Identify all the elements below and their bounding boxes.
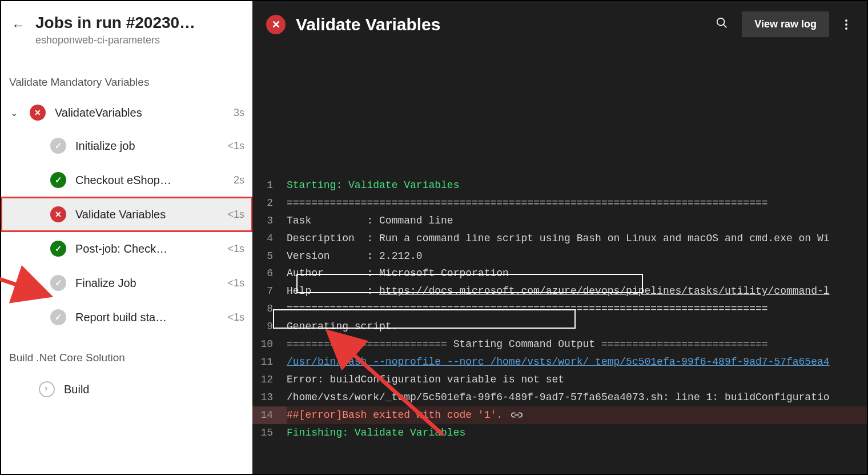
line-number: 11 xyxy=(252,353,287,371)
line-number: 6 xyxy=(252,265,287,282)
fail-icon xyxy=(266,15,286,34)
back-button[interactable]: ← xyxy=(11,17,25,46)
line-content: Task : Command line xyxy=(287,212,867,230)
step-row[interactable]: Finalize Job<1s xyxy=(1,266,252,300)
ok-icon xyxy=(50,241,66,257)
line-number: 8 xyxy=(252,300,287,318)
line-content: ========================== Starting Comm… xyxy=(287,336,867,353)
log-line: 10========================== Starting Co… xyxy=(252,336,867,353)
log-pane: Validate Variables View raw log 1Startin… xyxy=(252,1,867,474)
step-row[interactable]: Post-job: Check…<1s xyxy=(1,231,252,266)
log-line: 13/home/vsts/work/_temp/5c501efa-99f6-48… xyxy=(252,389,867,406)
step-label: Validate Variables xyxy=(75,208,218,221)
step-label: Report build sta… xyxy=(75,311,218,324)
stage-validate-variables[interactable]: Validate Mandatory Variables xyxy=(1,53,252,97)
log-body[interactable]: 1Starting: Validate Variables2==========… xyxy=(252,47,867,442)
line-content: ========================================… xyxy=(287,194,867,212)
line-content: Starting: Validate Variables xyxy=(287,177,867,194)
step-duration: 2s xyxy=(234,174,244,186)
step-duration: <1s xyxy=(227,140,244,152)
stage-build-solution[interactable]: Build .Net Core Solution xyxy=(1,334,252,371)
job-label: Build xyxy=(64,383,89,396)
line-number: 12 xyxy=(252,371,287,389)
header-text: Jobs in run #20230… eshoponweb-ci-parame… xyxy=(35,14,195,46)
log-line: 7Help : https://docs.microsoft.com/azure… xyxy=(252,282,867,300)
fail-icon xyxy=(50,206,66,222)
step-row[interactable]: Validate Variables<1s xyxy=(1,197,252,231)
line-content: Author : Microsoft Corporation xyxy=(287,265,867,282)
step-label: Checkout eShop… xyxy=(75,174,224,187)
job-duration: 3s xyxy=(234,107,244,119)
grey-icon xyxy=(50,309,66,325)
log-line: 6Author : Microsoft Corporation xyxy=(252,265,867,282)
line-number: 15 xyxy=(252,424,287,442)
line-number: 3 xyxy=(252,212,287,230)
job-build[interactable]: Build xyxy=(1,371,252,408)
line-content: /home/vsts/work/_temp/5c501efa-99f6-489f… xyxy=(287,389,867,406)
log-line: 9Generating script. xyxy=(252,318,867,336)
log-line: 3Task : Command line xyxy=(252,212,867,230)
line-number: 2 xyxy=(252,194,287,212)
sidebar: ← Jobs in run #20230… eshoponweb-ci-para… xyxy=(1,1,252,474)
ok-icon xyxy=(50,172,66,188)
line-content: ========================================… xyxy=(287,300,867,318)
line-content: Version : 2.212.0 xyxy=(287,248,867,265)
line-content: Generating script. xyxy=(287,318,867,336)
line-content: /usr/bin/bash --noprofile --norc /home/v… xyxy=(287,353,867,371)
svg-point-0 xyxy=(717,18,725,25)
log-line: 15Finishing: Validate Variables xyxy=(252,424,867,442)
search-icon[interactable] xyxy=(712,13,732,36)
step-duration: <1s xyxy=(227,312,244,324)
pending-icon xyxy=(39,381,55,397)
log-header: Validate Variables View raw log xyxy=(252,1,867,47)
step-label: Finalize Job xyxy=(75,277,218,290)
line-number: 13 xyxy=(252,389,287,406)
grey-icon xyxy=(50,138,66,154)
line-number: 14 xyxy=(252,406,287,424)
line-content: Description : Run a command line script … xyxy=(287,230,867,248)
step-label: Initialize job xyxy=(75,139,218,153)
line-number: 4 xyxy=(252,230,287,248)
line-content: ##[error]Bash exited with code '1'. xyxy=(287,406,867,424)
job-validate-variables[interactable]: ⌄ ValidateVariables 3s xyxy=(1,97,252,129)
log-line: 5Version : 2.212.0 xyxy=(252,248,867,265)
log-line: 2=======================================… xyxy=(252,194,867,212)
log-line: 8=======================================… xyxy=(252,300,867,318)
line-number: 9 xyxy=(252,318,287,336)
job-label: ValidateVariables xyxy=(55,106,224,119)
link-icon[interactable] xyxy=(511,411,523,419)
chevron-down-icon: ⌄ xyxy=(10,107,21,118)
line-number: 1 xyxy=(252,177,287,194)
line-number: 7 xyxy=(252,282,287,300)
log-line: 1Starting: Validate Variables xyxy=(252,177,867,194)
grey-icon xyxy=(50,275,66,291)
line-content: Help : https://docs.microsoft.com/azure/… xyxy=(287,282,867,300)
log-line: 14##[error]Bash exited with code '1'. xyxy=(252,406,867,424)
sidebar-header: ← Jobs in run #20230… eshoponweb-ci-para… xyxy=(1,1,252,53)
line-number: 10 xyxy=(252,336,287,353)
log-line: 4Description : Run a command line script… xyxy=(252,230,867,248)
svg-line-1 xyxy=(724,24,727,27)
step-row[interactable]: Report build sta…<1s xyxy=(1,300,252,334)
line-content: Error: buildConfiguration variable is no… xyxy=(287,371,867,389)
fail-icon xyxy=(30,105,46,121)
view-raw-log-button[interactable]: View raw log xyxy=(742,11,829,37)
page-subtitle: eshoponweb-ci-parameters xyxy=(35,34,195,46)
step-duration: <1s xyxy=(227,209,244,221)
step-row[interactable]: Checkout eShop…2s xyxy=(1,163,252,197)
step-row[interactable]: Initialize job<1s xyxy=(1,129,252,163)
page-title: Jobs in run #20230… xyxy=(35,14,195,32)
log-line: 12Error: buildConfiguration variable is … xyxy=(252,371,867,389)
line-number: 5 xyxy=(252,248,287,265)
more-menu-icon[interactable] xyxy=(839,16,853,33)
step-label: Post-job: Check… xyxy=(75,242,218,256)
step-duration: <1s xyxy=(227,243,244,255)
log-line: 11/usr/bin/bash --noprofile --norc /home… xyxy=(252,353,867,371)
line-content: Finishing: Validate Variables xyxy=(287,424,867,442)
log-title: Validate Variables xyxy=(296,15,702,34)
step-duration: <1s xyxy=(227,277,244,289)
